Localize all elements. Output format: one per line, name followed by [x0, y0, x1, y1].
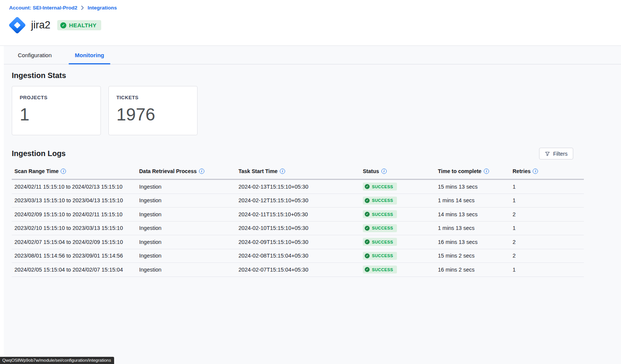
- cell-task-start: 2024-02-10T15:15:10+05:30: [236, 225, 360, 231]
- cell-retries: 1: [510, 267, 584, 273]
- cell-retries: 2: [510, 239, 584, 245]
- integration-name: jira2: [31, 19, 50, 31]
- info-icon[interactable]: i: [280, 169, 285, 174]
- cell-duration: 1 mins 13 secs: [435, 225, 510, 231]
- status-badge: ✓ SUCCESS: [363, 266, 397, 273]
- cell-duration: 15 mins 13 secs: [435, 184, 510, 190]
- cell-retries: 1: [510, 197, 584, 203]
- cell-scan-range: 2024/02/07 15:15:04 to 2024/02/09 15:15:…: [12, 239, 136, 245]
- status-badge: ✓ SUCCESS: [363, 252, 397, 260]
- info-icon[interactable]: i: [533, 169, 538, 174]
- cell-scan-range: 2023/08/01 15:14:56 to 2023/09/01 15:14:…: [12, 253, 136, 259]
- status-badge: ✓ SUCCESS: [363, 238, 397, 246]
- stat-card-label: PROJECTS: [20, 95, 93, 100]
- cell-task-start: 2024-02-08T15:15:04+05:30: [236, 253, 360, 259]
- table-column-header[interactable]: Retries i: [510, 168, 584, 174]
- info-icon[interactable]: i: [381, 169, 387, 174]
- jira-logo-icon: [6, 14, 28, 36]
- status-badge: ✓ SUCCESS: [363, 197, 397, 205]
- tab-configuration[interactable]: Configuration: [12, 46, 58, 64]
- cell-status: ✓ SUCCESS: [360, 238, 435, 246]
- check-icon: ✓: [365, 198, 370, 203]
- page-header: Account: SEI-Internal-Prod2 Integrations…: [0, 0, 621, 46]
- cell-retries: 1: [510, 225, 584, 231]
- stat-card: PROJECTS 1: [12, 86, 101, 135]
- cell-status: ✓ SUCCESS: [360, 252, 435, 260]
- info-icon[interactable]: i: [61, 169, 66, 174]
- column-header-label: Task Start Time: [238, 168, 278, 174]
- table-column-header[interactable]: Scan Range Time i: [12, 168, 136, 174]
- cell-status: ✓ SUCCESS: [360, 224, 435, 232]
- stat-card-value: 1976: [116, 104, 190, 125]
- check-icon: ✓: [365, 239, 370, 244]
- table-row[interactable]: 2023/08/01 15:14:56 to 2023/09/01 15:14:…: [12, 249, 584, 263]
- status-badge-label: SUCCESS: [372, 226, 393, 230]
- cell-process: Ingestion: [136, 184, 236, 190]
- cell-duration: 16 mins 2 secs: [435, 267, 510, 273]
- check-icon: ✓: [365, 184, 370, 189]
- cell-process: Ingestion: [136, 267, 236, 273]
- table-column-header[interactable]: Task Start Time i: [236, 168, 360, 174]
- table-column-header[interactable]: Status i: [360, 168, 435, 174]
- health-status-badge: ✓ HEALTHY: [57, 20, 101, 30]
- ingestion-logs-title: Ingestion Logs: [12, 149, 66, 158]
- cell-process: Ingestion: [136, 253, 236, 259]
- cell-status: ✓ SUCCESS: [360, 197, 435, 205]
- cell-retries: 2: [510, 253, 584, 259]
- tab-bar: Configuration Monitoring: [4, 46, 621, 64]
- column-header-label: Status: [363, 168, 379, 174]
- breadcrumb: Account: SEI-Internal-Prod2 Integrations: [9, 5, 117, 11]
- table-row[interactable]: 2024/02/07 15:15:04 to 2024/02/09 15:15:…: [12, 235, 584, 249]
- breadcrumb-integrations-link[interactable]: Integrations: [88, 5, 117, 11]
- table-row[interactable]: 2023/03/13 15:15:10 to 2023/04/13 15:15:…: [12, 194, 584, 208]
- cell-process: Ingestion: [136, 225, 236, 231]
- table-row[interactable]: 2024/02/11 15:15:10 to 2024/02/13 15:15:…: [12, 180, 584, 194]
- cell-task-start: 2024-02-12T15:15:10+05:30: [236, 197, 360, 203]
- cell-scan-range: 2024/02/11 15:15:10 to 2024/02/13 15:15:…: [12, 184, 136, 190]
- info-icon[interactable]: i: [199, 169, 204, 174]
- table-column-header[interactable]: Data Retrieval Process i: [136, 168, 236, 174]
- status-badge-label: SUCCESS: [372, 212, 393, 217]
- table-row[interactable]: 2023/02/10 15:15:10 to 2023/03/13 15:15:…: [12, 222, 584, 236]
- cell-duration: 14 mins 13 secs: [435, 211, 510, 217]
- info-icon[interactable]: i: [484, 169, 489, 174]
- chevron-right-icon: [81, 6, 84, 10]
- stat-card: TICKETS 1976: [108, 86, 198, 135]
- filters-button[interactable]: Filters: [539, 148, 573, 159]
- table-column-header[interactable]: Time to complete i: [435, 168, 510, 174]
- breadcrumb-account-link[interactable]: Account: SEI-Internal-Prod2: [9, 5, 77, 11]
- cell-task-start: 2024-02-07T15:15:04+05:30: [236, 267, 360, 273]
- cell-scan-range: 2023/02/10 15:15:10 to 2023/03/13 15:15:…: [12, 225, 136, 231]
- filters-button-label: Filters: [553, 151, 568, 157]
- column-header-label: Time to complete: [438, 168, 481, 174]
- check-icon: ✓: [365, 212, 370, 217]
- table-row[interactable]: 2024/02/05 15:15:04 to 2024/02/07 15:15:…: [12, 263, 584, 277]
- cell-task-start: 2024-02-11T15:15:10+05:30: [236, 211, 360, 217]
- tab-monitoring[interactable]: Monitoring: [69, 46, 110, 64]
- table-row[interactable]: 2024/02/09 15:15:10 to 2024/02/11 15:15:…: [12, 208, 584, 222]
- cell-retries: 1: [510, 184, 584, 190]
- stat-card-label: TICKETS: [116, 95, 190, 100]
- status-badge-label: SUCCESS: [372, 253, 393, 258]
- status-badge-label: SUCCESS: [372, 267, 393, 272]
- check-icon: ✓: [365, 226, 370, 231]
- check-icon: ✓: [365, 253, 370, 258]
- stat-card-value: 1: [20, 104, 93, 125]
- check-icon: ✓: [60, 22, 66, 28]
- main-content: Configuration Monitoring Ingestion Stats…: [4, 46, 621, 364]
- cell-duration: 15 mins 2 secs: [435, 253, 510, 259]
- url-preview-tooltip: QwqOSllWp9ob7w/module/sei/configuration/…: [0, 357, 114, 364]
- status-badge-label: SUCCESS: [372, 184, 393, 189]
- cell-process: Ingestion: [136, 239, 236, 245]
- cell-task-start: 2024-02-09T15:15:10+05:30: [236, 239, 360, 245]
- cell-status: ✓ SUCCESS: [360, 266, 435, 273]
- cell-duration: 1 mins 14 secs: [435, 197, 510, 203]
- cell-scan-range: 2024/02/05 15:15:04 to 2024/02/07 15:15:…: [12, 267, 136, 273]
- stats-cards: PROJECTS 1 TICKETS 1976: [12, 86, 613, 135]
- cell-duration: 16 mins 13 secs: [435, 239, 510, 245]
- cell-process: Ingestion: [136, 197, 236, 203]
- column-header-label: Data Retrieval Process: [139, 168, 197, 174]
- ingestion-stats-title: Ingestion Stats: [12, 71, 613, 80]
- cell-status: ✓ SUCCESS: [360, 210, 435, 218]
- status-badge: ✓ SUCCESS: [363, 210, 397, 218]
